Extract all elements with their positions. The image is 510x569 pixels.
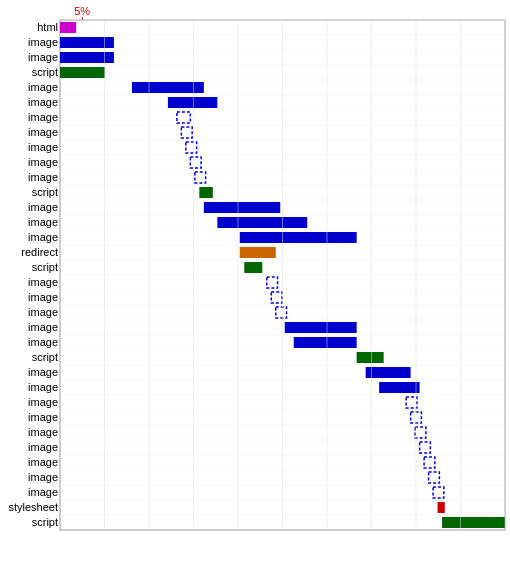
waterfall-chart [0,0,510,569]
